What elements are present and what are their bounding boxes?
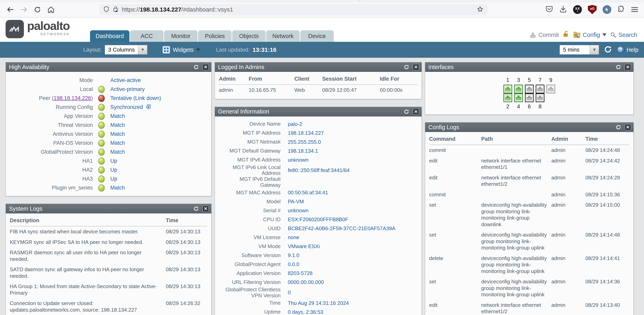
- chevron-down-icon[interactable]: ▼: [138, 45, 147, 54]
- rj45-port-icon[interactable]: [546, 84, 555, 94]
- ha-label: Peer (: [39, 95, 54, 101]
- table-row: delete deviceconfig high-availability gr…: [429, 253, 630, 276]
- refresh-icon[interactable]: [403, 108, 410, 115]
- nav-tab[interactable]: Policies: [198, 30, 232, 42]
- admin-name: admin: [219, 87, 249, 94]
- info-label: CPU ID: [219, 217, 280, 222]
- main-nav-tabs: DashboardACCMonitorPoliciesObjectsNetwor…: [90, 30, 334, 42]
- help-button[interactable]: ? Help: [617, 46, 638, 54]
- cfg-time: 08/29 14:15:36: [586, 191, 630, 198]
- cfg-time: 08/29 14:24:42: [586, 158, 630, 164]
- ha-row: HA1 Up: [10, 156, 207, 166]
- refresh-icon[interactable]: [193, 64, 200, 70]
- ha-row: PAN-OS Version Match: [10, 138, 207, 148]
- ha-peer-link[interactable]: 198.18.134.226: [54, 95, 91, 101]
- lock-warning-icon[interactable]: [113, 6, 119, 13]
- close-icon[interactable]: ✕: [624, 124, 631, 130]
- config-lock-icon[interactable]: [562, 30, 570, 39]
- shield-icon[interactable]: [103, 6, 110, 13]
- log-description: HA Group 1: Moved from state Active-Seco…: [10, 283, 166, 296]
- chevron-down-icon[interactable]: ▼: [590, 45, 599, 54]
- layout-select[interactable]: 3 Columns ▼: [105, 45, 147, 54]
- port-number: 8: [538, 104, 542, 110]
- brand-name: paloalto: [27, 20, 70, 32]
- ublock-origin-icon[interactable]: uO: [588, 5, 596, 14]
- interface-port: 5: [525, 77, 534, 94]
- nav-tab[interactable]: Device: [300, 30, 334, 42]
- widgets-menu-button[interactable]: Widgets: [162, 46, 200, 54]
- nav-tab[interactable]: Network: [266, 30, 300, 42]
- forward-icon[interactable]: [19, 4, 29, 15]
- app: https://198.18.134.227/#dashboard::vsys1…: [0, 0, 644, 315]
- column-header: From: [249, 76, 294, 82]
- cfg-time: 08/29 14:24:48: [586, 147, 630, 154]
- refresh-icon[interactable]: [615, 64, 622, 70]
- back-icon[interactable]: [5, 4, 16, 15]
- extension-area: XX x uO: [545, 5, 639, 14]
- info-row: Device Name palo-2: [219, 120, 417, 129]
- interface-port: 3: [514, 77, 523, 94]
- url-bar[interactable]: https://198.18.134.227/#dashboard::vsys1: [99, 4, 488, 15]
- cfg-path: network interface ethernet ethernet1/2: [481, 302, 552, 315]
- widget-title: Interfaces: [428, 64, 612, 70]
- info-value: 0 days, 2:36:53: [288, 309, 417, 315]
- close-icon[interactable]: ✕: [624, 64, 631, 70]
- refresh-interval-select[interactable]: 5 mins ▼: [560, 45, 599, 54]
- search-button[interactable]: Search: [610, 32, 637, 38]
- cursor-extension-icon[interactable]: [602, 5, 611, 14]
- nav-tab[interactable]: Dashboard: [90, 30, 130, 42]
- rj45-port-icon[interactable]: [514, 84, 523, 94]
- sync-preview-icon[interactable]: [145, 104, 151, 111]
- xx-extension-icon[interactable]: XX x: [573, 5, 582, 14]
- rj45-port-icon[interactable]: [504, 94, 512, 102]
- reload-icon[interactable]: [32, 4, 42, 15]
- downloads-icon[interactable]: [559, 5, 567, 14]
- ha-value: Active-active: [110, 77, 141, 84]
- refresh-icon[interactable]: [403, 64, 410, 70]
- widget-header: High Availability ✕: [6, 62, 211, 72]
- extensions-puzzle-icon[interactable]: [617, 5, 625, 14]
- status-led: [98, 140, 105, 147]
- refresh-icon[interactable]: [615, 124, 622, 130]
- info-value: VMware ESXi: [288, 243, 417, 250]
- browser-tabstrip: [0, 0, 644, 2]
- cfg-command: commit: [429, 147, 481, 154]
- table-row: commit admin 08/29 14:24:48: [429, 145, 630, 156]
- ha-value: Match: [110, 113, 125, 119]
- info-row: VM Mode VMware ESXi: [219, 242, 417, 251]
- rj45-port-icon[interactable]: [504, 84, 512, 94]
- widget-title: Config Logs: [428, 124, 612, 130]
- refresh-icon[interactable]: [193, 205, 200, 212]
- rj45-port-icon[interactable]: [525, 94, 534, 102]
- port-number: 3: [517, 77, 520, 83]
- bookmark-star-icon[interactable]: [477, 6, 484, 13]
- nav-tab[interactable]: Monitor: [164, 30, 198, 42]
- close-icon[interactable]: ✕: [412, 108, 419, 115]
- close-icon[interactable]: ✕: [412, 64, 419, 70]
- status-led: [98, 86, 105, 93]
- ha-row: Peer (198.18.134.226) Tentative (Link do…: [10, 94, 207, 103]
- rj45-port-icon[interactable]: [536, 84, 544, 94]
- close-icon[interactable]: ✕: [202, 64, 209, 70]
- pocket-icon[interactable]: [545, 5, 553, 14]
- table-row: Connection to Update server closed: upda…: [10, 298, 207, 315]
- nav-tab[interactable]: ACC: [130, 30, 164, 42]
- rj45-port-icon[interactable]: [525, 84, 534, 94]
- table-row: SATD daemon sync all gateway infos to HA…: [10, 264, 207, 281]
- nav-tab[interactable]: Objects: [232, 30, 266, 42]
- table-row: set deviceconfig high-availability group…: [429, 200, 630, 230]
- widget-header: Config Logs ✕: [425, 122, 634, 132]
- info-label: MGT Netmask: [219, 139, 280, 145]
- ha-value: Tentative (Link down): [110, 95, 161, 101]
- cfg-path: network interface ethernet ethernet1/1: [481, 158, 552, 170]
- config-menu-button[interactable]: Config: [573, 32, 606, 38]
- rj45-port-icon[interactable]: [536, 94, 544, 102]
- menu-icon[interactable]: [631, 6, 638, 13]
- last-updated: Last updated: 13:31:16: [216, 46, 276, 53]
- rj45-port-icon[interactable]: [514, 94, 523, 102]
- close-icon[interactable]: ✕: [202, 206, 209, 212]
- widgets-grid-icon: [162, 46, 170, 54]
- home-icon[interactable]: [46, 4, 56, 15]
- refresh-icon[interactable]: [604, 45, 612, 54]
- commit-button[interactable]: Commit: [530, 32, 559, 38]
